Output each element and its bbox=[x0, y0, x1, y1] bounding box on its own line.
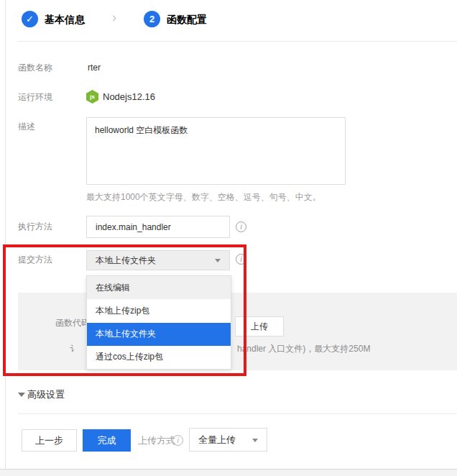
upload-mode-info-icon[interactable]: i bbox=[172, 435, 183, 446]
code-hint-fragment: 讠 bbox=[70, 343, 75, 355]
function-config-page: ✓ 基本信息 › 2 函数配置 函数名称 rter 运行环境 js Nodejs… bbox=[0, 0, 457, 476]
handler-input[interactable] bbox=[86, 216, 230, 238]
submit-method-info-icon[interactable]: i bbox=[236, 254, 246, 265]
submit-method-selected-value: 本地上传文件夹 bbox=[96, 255, 156, 267]
step2-circle: 2 bbox=[144, 11, 160, 27]
dropdown-option-local-zip[interactable]: 本地上传zip包 bbox=[87, 299, 231, 322]
handler-info-icon[interactable]: i bbox=[236, 221, 246, 232]
step1-circle: ✓ bbox=[22, 11, 38, 27]
upload-button[interactable]: 上传 bbox=[235, 316, 284, 337]
runtime-value: Nodejs12.16 bbox=[103, 92, 155, 102]
dropdown-option-cos-zip[interactable]: 通过cos上传zip包 bbox=[87, 346, 231, 369]
step1-label: 基本信息 bbox=[45, 14, 85, 25]
upload-mode-selected-value: 全量上传 bbox=[198, 434, 236, 447]
step2-label: 函数配置 bbox=[167, 14, 207, 25]
header-divider bbox=[18, 41, 457, 42]
previous-step-button[interactable]: 上一步 bbox=[22, 429, 77, 452]
finish-button[interactable]: 完成 bbox=[83, 429, 131, 452]
upload-mode-select[interactable]: 全量上传 bbox=[189, 428, 267, 452]
check-icon: ✓ bbox=[26, 14, 34, 24]
chevron-down-icon bbox=[252, 439, 258, 442]
chevron-down-icon bbox=[215, 259, 221, 262]
nodejs-icon-text: js bbox=[86, 90, 98, 104]
page-bottom-strip bbox=[0, 469, 457, 476]
footer-divider bbox=[18, 413, 457, 414]
nodejs-icon: js bbox=[86, 90, 98, 104]
description-hint: 最大支持1000个英文字母、数字、空格、逗号、句号、中文。 bbox=[86, 192, 321, 202]
card-left-border bbox=[5, 0, 6, 469]
function-name-label: 函数名称 bbox=[18, 63, 52, 73]
submit-method-dropdown-menu: 在线编辑 本地上传zip包 本地上传文件夹 通过cos上传zip包 bbox=[86, 275, 231, 370]
description-textarea[interactable]: helloworld 空白模板函数 bbox=[86, 117, 346, 185]
submit-method-select[interactable]: 本地上传文件夹 bbox=[86, 250, 230, 270]
upload-mode-label: 上传方式 bbox=[138, 435, 175, 446]
dropdown-option-local-folder[interactable]: 本地上传文件夹 bbox=[87, 323, 231, 346]
submit-method-label: 提交方法 bbox=[18, 255, 52, 265]
runtime-label: 运行环境 bbox=[18, 92, 52, 102]
step2-number: 2 bbox=[149, 14, 154, 24]
description-label: 描述 bbox=[18, 122, 35, 132]
handler-label: 执行方法 bbox=[18, 221, 52, 232]
triangle-down-icon bbox=[18, 393, 25, 397]
dropdown-option-online-edit[interactable]: 在线编辑 bbox=[87, 276, 231, 299]
advanced-settings-toggle[interactable]: 高级设置 bbox=[27, 389, 65, 400]
code-hint-text: handler 入口文件)，最大支持250M bbox=[237, 343, 370, 355]
chevron-right-icon: › bbox=[112, 11, 116, 24]
function-name-value: rter bbox=[88, 63, 101, 73]
